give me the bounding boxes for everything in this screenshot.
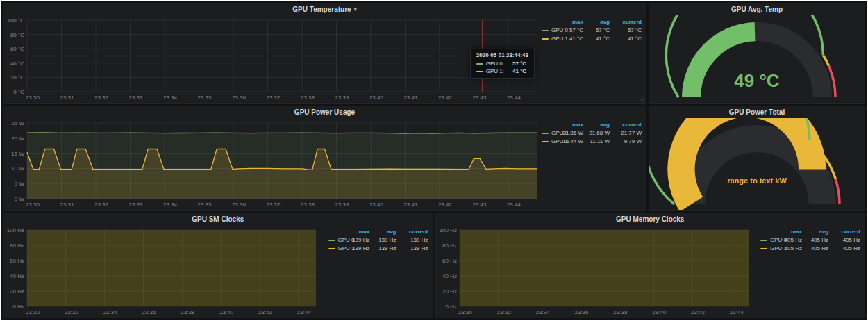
svg-text:23:35: 23:35 <box>197 201 212 208</box>
svg-text:23:31: 23:31 <box>60 201 74 208</box>
legend-value: 9.79 W <box>610 138 642 145</box>
legend-value: 139 Hz <box>341 237 370 243</box>
svg-text:23:36: 23:36 <box>574 309 589 315</box>
svg-text:0 °C: 0 °C <box>13 89 24 95</box>
legend-value: 41 °C <box>610 35 642 42</box>
svg-text:23:40: 23:40 <box>652 309 667 315</box>
legend-value: 139 Hz <box>370 245 397 252</box>
legend-value: 405 Hz <box>828 245 860 252</box>
temperature-chart-plot[interactable]: 2020-05-01 23:44:48 GPU 0: 57 °C GPU 1: … <box>5 15 542 102</box>
series-color-dash <box>476 63 483 65</box>
chart-series <box>27 230 316 306</box>
legend-series-gpu-0[interactable]: GPU 0 <box>542 27 554 33</box>
svg-text:23:34: 23:34 <box>103 309 118 315</box>
memory-clocks-chart-plot[interactable]: 0 Hz20 Hz40 Hz60 Hz80 Hz100 Hz23:3023:32… <box>437 225 753 317</box>
panel-body: 0 Hz20 Hz40 Hz60 Hz80 Hz100 Hz23:3023:32… <box>436 225 865 318</box>
chart-canvas[interactable]: 0 Hz20 Hz40 Hz60 Hz80 Hz100 Hz23:3023:32… <box>437 225 753 317</box>
svg-text:40 Hz: 40 Hz <box>10 273 24 279</box>
panel-title-gpu-memory-clocks[interactable]: GPU Memory Clocks <box>436 213 865 225</box>
power-usage-chart-plot[interactable]: 0 W5 W10 W15 W20 W25 W23:3023:3123:3223:… <box>5 118 542 209</box>
panel-title-gpu-power-total[interactable]: GPU Power Total <box>649 106 865 118</box>
svg-text:40 °C: 40 °C <box>10 60 24 67</box>
svg-text:23:32: 23:32 <box>496 309 511 315</box>
legend-header-avg[interactable]: avg <box>583 122 610 128</box>
legend-table: maxavgcurrentGPU 0405 Hz405 Hz405 HzGPU … <box>760 229 860 252</box>
legend-value: 41 °C <box>583 35 610 42</box>
panel-title-gpu-avg-temp[interactable]: GPU Avg. Temp <box>649 3 865 15</box>
legend-series-gpu-1[interactable]: GPU 1 <box>760 245 773 252</box>
legend-value: 405 Hz <box>802 245 828 252</box>
panel-body: 0 W5 W10 W15 W20 W25 W23:3023:3123:3223:… <box>3 118 646 210</box>
legend-value: 405 Hz <box>773 237 802 243</box>
legend-value: 57 °C <box>554 27 583 33</box>
panel-gpu-memory-clocks: GPU Memory Clocks 0 Hz20 Hz40 Hz60 Hz80 … <box>435 213 866 318</box>
chevron-down-icon[interactable]: ▾ <box>354 6 357 13</box>
legend-value: 139 Hz <box>370 237 397 243</box>
svg-text:15 W: 15 W <box>11 151 24 157</box>
panel-title-text: GPU Power Usage <box>294 108 355 116</box>
legend-header-current[interactable]: current <box>610 19 642 25</box>
gauge-fill <box>692 32 755 97</box>
legend-header-current[interactable]: current <box>610 122 642 128</box>
chart-series <box>460 230 749 306</box>
legend-header-current[interactable]: current <box>397 229 428 235</box>
memory-clocks-legend: maxavgcurrentGPU 0405 Hz405 Hz405 HzGPU … <box>760 225 862 317</box>
panel-title-gpu-power-usage[interactable]: GPU Power Usage <box>3 106 646 118</box>
sm-clocks-chart-plot[interactable]: 0 Hz20 Hz40 Hz60 Hz80 Hz100 Hz23:3023:32… <box>5 225 320 317</box>
svg-text:20 °C: 20 °C <box>10 74 24 81</box>
legend-header-avg[interactable]: avg <box>583 19 610 25</box>
svg-text:23:44: 23:44 <box>507 94 521 101</box>
axis-tick-labels: 0 °C20 °C40 °C60 °C80 °C100 °C23:3023:31… <box>7 17 521 101</box>
svg-text:20 Hz: 20 Hz <box>442 288 457 295</box>
legend-header-current[interactable]: current <box>828 229 860 235</box>
series-area-gpu-1 <box>27 230 316 306</box>
legend-header-max[interactable]: max <box>554 19 583 25</box>
svg-text:23:38: 23:38 <box>301 94 315 101</box>
legend-series-gpu-1[interactable]: GPU 1 <box>328 245 341 252</box>
svg-text:23:44: 23:44 <box>507 201 521 208</box>
series-color-dash <box>542 141 549 142</box>
legend-series-gpu-0[interactable]: GPU 0 <box>542 130 554 136</box>
tooltip-timestamp: 2020-05-01 23:44:48 <box>476 52 528 58</box>
legend-header-max[interactable]: max <box>341 229 370 235</box>
svg-text:23:38: 23:38 <box>613 309 628 315</box>
legend-value: 11.11 W <box>583 138 610 145</box>
series-color-dash <box>760 240 767 241</box>
legend-header-avg[interactable]: avg <box>370 229 397 235</box>
series-color-dash <box>542 133 549 134</box>
svg-text:23:33: 23:33 <box>128 94 143 101</box>
legend-header-avg[interactable]: avg <box>802 229 828 235</box>
panel-title-gpu-sm-clocks[interactable]: GPU SM Clocks <box>3 213 433 225</box>
svg-text:23:30: 23:30 <box>26 94 40 101</box>
series-color-dash <box>542 30 549 31</box>
dashboard-row-1: GPU Temperature ▾ 2020-05-01 23:44:48 GP… <box>3 3 865 104</box>
panel-title-text: GPU SM Clocks <box>192 215 244 223</box>
legend-value: 41 °C <box>554 35 583 42</box>
legend-series-gpu-0[interactable]: GPU 0 <box>328 237 341 243</box>
svg-text:23:40: 23:40 <box>369 201 384 208</box>
svg-text:23:37: 23:37 <box>266 94 281 101</box>
chart-canvas[interactable]: 0 Hz20 Hz40 Hz60 Hz80 Hz100 Hz23:3023:32… <box>5 225 320 317</box>
series-color-dash <box>542 38 549 40</box>
legend-header-max[interactable]: max <box>554 122 583 128</box>
chart-canvas[interactable]: 0 °C20 °C40 °C60 °C80 °C100 °C23:3023:31… <box>5 15 542 102</box>
svg-text:60 °C: 60 °C <box>10 46 24 52</box>
svg-text:20 Hz: 20 Hz <box>10 288 24 295</box>
legend-series-gpu-1[interactable]: GPU 1 <box>542 138 554 145</box>
tooltip-series-value: 41 °C <box>512 68 526 74</box>
sm-clocks-legend: maxavgcurrentGPU 0139 Hz139 Hz139 HzGPU … <box>328 225 430 317</box>
tooltip-row: GPU 1: 41 °C <box>476 68 528 74</box>
legend-header-max[interactable]: max <box>773 229 802 235</box>
legend-series-gpu-0[interactable]: GPU 0 <box>760 237 773 243</box>
svg-text:23:36: 23:36 <box>142 309 157 315</box>
chart-canvas[interactable]: 0 W5 W10 W15 W20 W25 W23:3023:3123:3223:… <box>5 118 542 209</box>
svg-text:23:40: 23:40 <box>369 94 384 101</box>
dashboard-row-2: GPU Power Usage 0 W5 W10 W15 W20 W25 W23… <box>3 106 865 211</box>
svg-text:23:43: 23:43 <box>472 201 487 208</box>
svg-text:25 W: 25 W <box>11 120 24 126</box>
legend-series-gpu-1[interactable]: GPU 1 <box>542 35 554 42</box>
legend-value: 139 Hz <box>397 245 428 252</box>
panel-title-gpu-temperature[interactable]: GPU Temperature ▾ <box>3 3 646 15</box>
svg-text:23:34: 23:34 <box>535 309 550 315</box>
panel-gpu-avg-temp: GPU Avg. Temp 49 °C <box>649 3 865 104</box>
